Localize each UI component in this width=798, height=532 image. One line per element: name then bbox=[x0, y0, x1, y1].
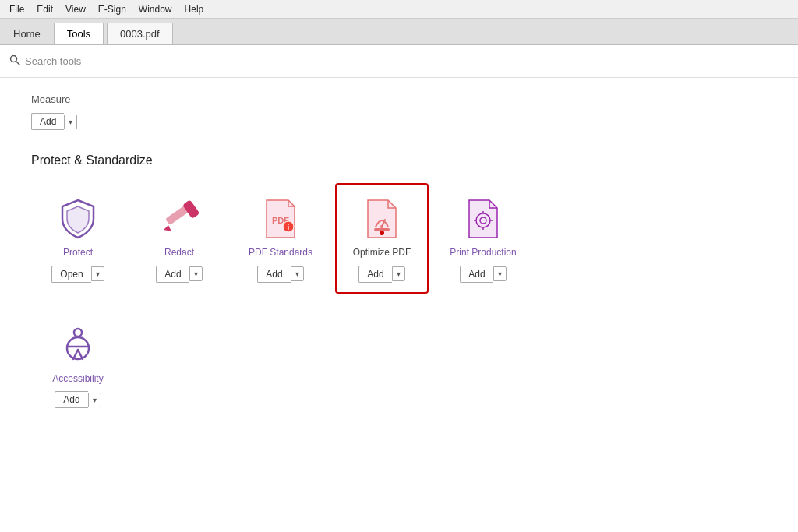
tab-home[interactable]: Home bbox=[0, 23, 54, 44]
menu-edit[interactable]: Edit bbox=[30, 2, 59, 16]
menu-view[interactable]: View bbox=[59, 2, 92, 16]
pdf-standards-add-button[interactable]: Add bbox=[257, 266, 290, 283]
measure-add-group: Add ▾ bbox=[31, 113, 767, 130]
accessibility-name: Accessibility bbox=[52, 373, 103, 386]
protect-btn-group: Open ▾ bbox=[51, 266, 104, 283]
svg-line-1 bbox=[16, 62, 19, 65]
measure-add-dropdown[interactable]: ▾ bbox=[64, 115, 77, 129]
measure-section: Measure Add ▾ bbox=[31, 93, 767, 130]
optimize-pdf-btn-group: Add ▾ bbox=[358, 266, 404, 283]
svg-point-18 bbox=[74, 329, 82, 336]
print-production-btn-group: Add ▾ bbox=[460, 266, 506, 283]
search-input[interactable] bbox=[25, 55, 181, 67]
tool-card-accessibility[interactable]: Accessibility Add ▾ bbox=[31, 309, 125, 420]
pdf-standards-add-dropdown[interactable]: ▾ bbox=[291, 266, 304, 281]
redact-add-button[interactable]: Add bbox=[156, 266, 189, 283]
optimize-pdf-icon bbox=[360, 197, 404, 241]
svg-marker-3 bbox=[164, 225, 171, 231]
protect-open-button[interactable]: Open bbox=[51, 266, 90, 283]
accessibility-grid: Accessibility Add ▾ bbox=[31, 309, 767, 420]
tool-card-pdf-standards[interactable]: PDF i PDF Standards Add ▾ bbox=[234, 183, 327, 294]
tool-card-optimize-pdf[interactable]: Optimize PDF Add ▾ bbox=[335, 183, 429, 294]
measure-label: Measure bbox=[31, 93, 767, 105]
tab-bar: Home Tools 0003.pdf bbox=[0, 19, 798, 45]
tool-grid: Protect Open ▾ Redact bbox=[31, 183, 767, 294]
svg-text:i: i bbox=[288, 224, 290, 231]
accessibility-btn-group: Add ▾ bbox=[55, 391, 101, 408]
menu-file[interactable]: File bbox=[3, 2, 30, 16]
menu-esign[interactable]: E-Sign bbox=[92, 2, 132, 16]
tool-card-redact[interactable]: Redact Add ▾ bbox=[132, 183, 226, 294]
svg-rect-10 bbox=[374, 228, 390, 231]
svg-point-11 bbox=[380, 231, 384, 235]
measure-add-button[interactable]: Add bbox=[31, 113, 64, 130]
print-production-icon bbox=[461, 197, 505, 241]
print-production-name: Print Production bbox=[450, 247, 516, 259]
accessibility-icon bbox=[56, 323, 100, 367]
accessibility-add-button[interactable]: Add bbox=[55, 391, 87, 408]
accessibility-add-dropdown[interactable]: ▾ bbox=[88, 393, 101, 407]
pdf-standards-btn-group: Add ▾ bbox=[257, 266, 303, 283]
svg-point-19 bbox=[67, 337, 89, 359]
svg-line-22 bbox=[78, 350, 83, 359]
tab-doc[interactable]: 0003.pdf bbox=[107, 23, 173, 44]
protect-name: Protect bbox=[63, 247, 93, 259]
protect-icon bbox=[56, 197, 100, 241]
optimize-pdf-add-button[interactable]: Add bbox=[358, 266, 391, 283]
menu-window[interactable]: Window bbox=[132, 2, 178, 16]
optimize-pdf-add-dropdown[interactable]: ▾ bbox=[392, 266, 405, 281]
redact-name: Redact bbox=[164, 247, 194, 259]
protect-standardize-section: Protect & Standardize Protect Open ▾ bbox=[31, 153, 767, 419]
main-content: Measure Add ▾ Protect & Standardize Prot… bbox=[0, 78, 798, 532]
section-title-protect: Protect & Standardize bbox=[31, 153, 767, 167]
search-icon bbox=[9, 55, 20, 68]
protect-open-dropdown[interactable]: ▾ bbox=[91, 266, 104, 281]
redact-add-dropdown[interactable]: ▾ bbox=[189, 266, 203, 281]
search-bar bbox=[0, 45, 798, 78]
redact-btn-group: Add ▾ bbox=[156, 266, 202, 283]
svg-line-21 bbox=[73, 350, 78, 359]
menu-help[interactable]: Help bbox=[178, 2, 210, 16]
pdf-standards-icon: PDF i bbox=[259, 197, 302, 241]
pdf-standards-name: PDF Standards bbox=[249, 247, 312, 259]
tool-card-protect[interactable]: Protect Open ▾ bbox=[31, 183, 125, 294]
menu-bar: File Edit View E-Sign Window Help bbox=[0, 0, 798, 19]
svg-point-9 bbox=[380, 225, 383, 228]
optimize-pdf-name: Optimize PDF bbox=[353, 247, 411, 259]
tab-tools[interactable]: Tools bbox=[54, 23, 104, 44]
redact-icon bbox=[157, 197, 201, 241]
print-production-add-button[interactable]: Add bbox=[460, 266, 493, 283]
tool-card-print-production[interactable]: Print Production Add ▾ bbox=[436, 183, 530, 294]
print-production-add-dropdown[interactable]: ▾ bbox=[493, 266, 507, 281]
